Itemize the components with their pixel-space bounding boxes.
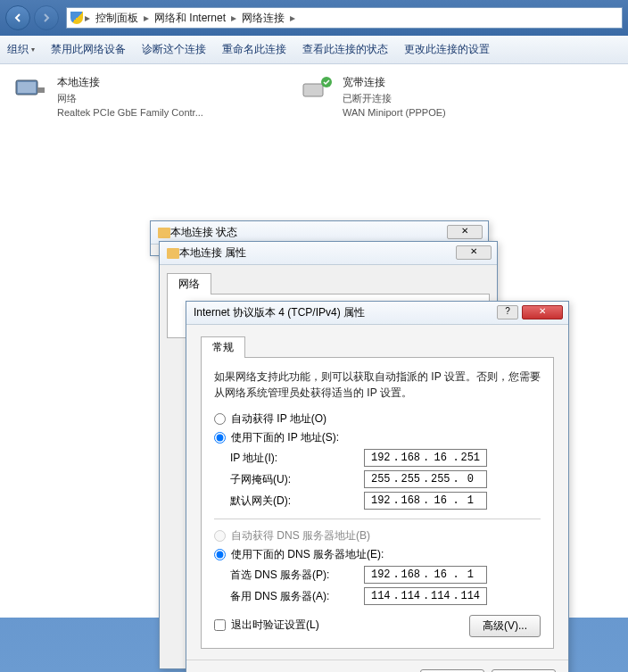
- manual-dns-label: 使用下面的 DNS 服务器地址(E):: [231, 547, 384, 562]
- ipv4-body: 常规 如果网络支持此功能，则可以获取自动指派的 IP 设置。否则，您需要从网络系…: [186, 325, 568, 660]
- chevron-right-icon: ▸: [85, 12, 90, 24]
- auto-ip-radio[interactable]: [214, 413, 226, 425]
- connection-info: 本地连接 网络 Realtek PCIe GbE Family Contr...: [57, 75, 203, 118]
- validate-checkbox[interactable]: [214, 619, 226, 631]
- connection-device: Realtek PCIe GbE Family Contr...: [57, 107, 203, 118]
- connection-status: 网络: [57, 92, 203, 105]
- broadband-icon: [296, 75, 335, 107]
- connection-status: 已断开连接: [343, 92, 446, 105]
- preferred-dns-row: 首选 DNS 服务器(P): 192. 168. 16. 1: [230, 566, 541, 584]
- view-status-button[interactable]: 查看此连接的状态: [302, 42, 388, 57]
- dialog-title: 本地连接 状态: [170, 225, 237, 240]
- close-button[interactable]: ✕: [522, 305, 563, 319]
- close-button[interactable]: ✕: [456, 245, 492, 260]
- connection-item-local[interactable]: 本地连接 网络 Realtek PCIe GbE Family Contr...: [7, 71, 266, 121]
- dialog-title: Internet 协议版本 4 (TCP/IPv4) 属性: [194, 305, 365, 320]
- description-text: 如果网络支持此功能，则可以获取自动指派的 IP 设置。否则，您需要从网络系统管理…: [214, 369, 541, 401]
- auto-ip-radio-row[interactable]: 自动获得 IP 地址(O): [214, 411, 541, 427]
- organize-menu[interactable]: 组织: [7, 42, 35, 57]
- auto-dns-radio: [214, 530, 226, 542]
- connections-content: 本地连接 网络 Realtek PCIe GbE Family Contr...…: [0, 64, 628, 618]
- nav-bar: ▸ 控制面板 ▸ 网络和 Internet ▸ 网络连接 ▸: [0, 0, 628, 36]
- close-button[interactable]: ✕: [447, 225, 483, 239]
- connection-device: WAN Miniport (PPPOE): [343, 107, 446, 118]
- breadcrumb-item[interactable]: 网络连接: [238, 11, 288, 26]
- alternate-dns-label: 备用 DNS 服务器(A):: [230, 589, 364, 604]
- manual-dns-radio-row[interactable]: 使用下面的 DNS 服务器地址(E):: [214, 547, 541, 562]
- back-button[interactable]: [5, 5, 30, 30]
- rename-button[interactable]: 重命名此连接: [222, 42, 286, 57]
- connection-info: 宽带连接 已断开连接 WAN Miniport (PPPOE): [343, 75, 446, 118]
- tab-general[interactable]: 常规: [201, 336, 245, 358]
- connection-item-broadband[interactable]: 宽带连接 已断开连接 WAN Miniport (PPPOE): [293, 71, 551, 121]
- subnet-mask-label: 子网掩码(U):: [230, 472, 364, 487]
- ip-address-row: IP 地址(I): 192. 168. 16. 251: [230, 449, 541, 467]
- ip-address-input[interactable]: 192. 168. 16. 251: [364, 449, 487, 467]
- manual-ip-label: 使用下面的 IP 地址(S):: [231, 430, 339, 445]
- svg-rect-3: [303, 84, 323, 96]
- subnet-mask-row: 子网掩码(U): 255. 255. 255. 0: [230, 470, 541, 488]
- chevron-right-icon: ▸: [290, 12, 295, 24]
- connection-list: 本地连接 网络 Realtek PCIe GbE Family Contr...…: [7, 71, 621, 121]
- preferred-dns-input[interactable]: 192. 168. 16. 1: [364, 566, 487, 584]
- svg-rect-2: [37, 87, 45, 93]
- forward-button[interactable]: [34, 5, 59, 30]
- gateway-row: 默认网关(D): 192. 168. 16. 1: [230, 492, 541, 510]
- connection-name: 宽带连接: [343, 75, 446, 90]
- auto-dns-radio-row: 自动获得 DNS 服务器地址(B): [214, 528, 541, 543]
- preferred-dns-label: 首选 DNS 服务器(P):: [230, 568, 364, 583]
- folder-icon: [158, 228, 170, 238]
- alternate-dns-row: 备用 DNS 服务器(A): 114. 114. 114. 114: [230, 587, 541, 605]
- subnet-mask-input[interactable]: 255. 255. 255. 0: [364, 470, 487, 488]
- breadcrumb[interactable]: ▸ 控制面板 ▸ 网络和 Internet ▸ 网络连接 ▸: [66, 7, 623, 29]
- toolbar: 组织 禁用此网络设备 诊断这个连接 重命名此连接 查看此连接的状态 更改此连接的…: [0, 36, 628, 64]
- explorer-window: ▸ 控制面板 ▸ 网络和 Internet ▸ 网络连接 ▸ 组织 禁用此网络设…: [0, 0, 628, 672]
- alternate-dns-input[interactable]: 114. 114. 114. 114: [364, 587, 487, 605]
- dialog-titlebar[interactable]: 本地连接 属性 ✕: [160, 242, 497, 265]
- svg-rect-1: [18, 82, 36, 93]
- validate-label: 退出时验证设置(L): [231, 618, 319, 633]
- manual-ip-radio-row[interactable]: 使用下面的 IP 地址(S):: [214, 430, 541, 445]
- dialog-title: 本地连接 属性: [179, 245, 246, 261]
- auto-dns-label: 自动获得 DNS 服务器地址(B): [231, 528, 370, 543]
- breadcrumb-item[interactable]: 控制面板: [92, 11, 142, 26]
- manual-ip-radio[interactable]: [214, 432, 226, 444]
- dialog-titlebar[interactable]: Internet 协议版本 4 (TCP/IPv4) 属性 ? ✕: [186, 302, 568, 325]
- ip-address-label: IP 地址(I):: [230, 451, 364, 466]
- connection-name: 本地连接: [57, 75, 203, 90]
- auto-ip-label: 自动获得 IP 地址(O): [231, 411, 326, 427]
- folder-icon: [167, 248, 179, 259]
- tab-network[interactable]: 网络: [167, 273, 211, 295]
- breadcrumb-item[interactable]: 网络和 Internet: [151, 11, 229, 26]
- dialog-button-row: 确定 取消: [186, 660, 568, 672]
- manual-dns-radio[interactable]: [214, 549, 226, 560]
- change-settings-button[interactable]: 更改此连接的设置: [404, 42, 490, 57]
- chevron-right-icon: ▸: [231, 12, 236, 24]
- advanced-button[interactable]: 高级(V)...: [469, 615, 541, 637]
- ipv4-properties-dialog: Internet 协议版本 4 (TCP/IPv4) 属性 ? ✕ 常规 如果网…: [186, 301, 569, 672]
- help-button[interactable]: ?: [497, 305, 518, 319]
- diagnose-button[interactable]: 诊断这个连接: [142, 42, 206, 57]
- control-panel-icon: [70, 12, 83, 24]
- chevron-right-icon: ▸: [144, 12, 149, 24]
- network-adapter-icon: [11, 75, 50, 107]
- gateway-input[interactable]: 192. 168. 16. 1: [364, 492, 487, 510]
- gateway-label: 默认网关(D):: [230, 494, 364, 509]
- ipv4-group: 如果网络支持此功能，则可以获取自动指派的 IP 设置。否则，您需要从网络系统管理…: [201, 357, 554, 649]
- separator: [214, 519, 541, 519]
- disable-device-button[interactable]: 禁用此网络设备: [51, 42, 126, 57]
